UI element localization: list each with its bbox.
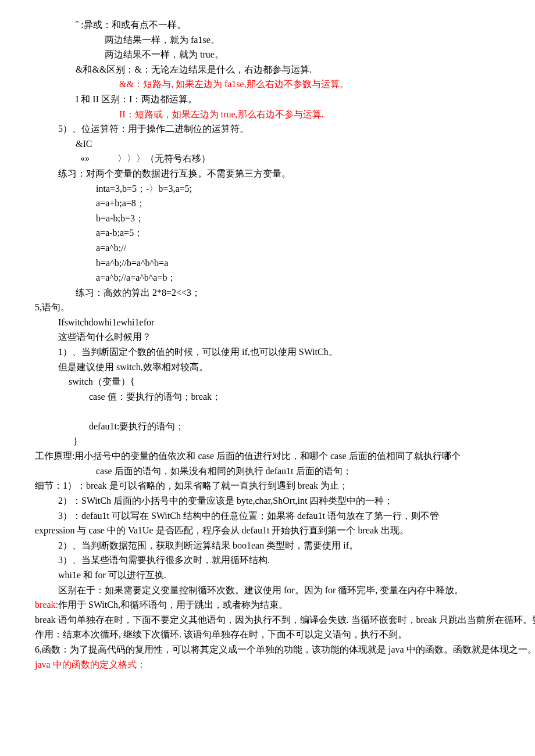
text-line: 工作原理:用小括号中的变量的值依次和 case 后面的值进行对比，和哪个 cas… [35,449,500,464]
text-line: &&：短路与, 如果左边为 fa1se,那么右边不参数与运算。 [35,77,500,92]
text-span: 5,语句。 [35,302,70,312]
text-line: 两边结果一样，就为 fa1se。 [35,33,500,48]
text-span: case 后面的语句，如果没有相同的则执行 defau1t 后面的语句； [96,466,352,476]
text-span: II：短路或，如果左边为 true,那么右边不参与运算. [119,109,324,119]
text-span: I 和 II 区别：I：两边都运算。 [76,94,197,104]
text-line: b=a^b;//b=a^b^b=a [35,256,500,271]
text-line: 2）、当判断数据范围，获取判断运算结果 boo1ean 类型时，需要使用 if。 [35,538,500,553]
text-span: 练习：高效的算出 2*8=2<<3； [76,288,201,298]
text-line: break 语句单独存在时，下面不要定义其他语句，因为执行不到，编译会失败. 当… [35,612,500,628]
text-line: 1）、当判断固定个数的值的时候，可以使用 if,也可以使用 SWitCh。 [35,345,500,360]
text-line: case 后面的语句，如果没有相同的则执行 defau1t 后面的语句； [35,464,500,479]
text-line: 区别在于：如果需要定义变量控制循环次数。建议使用 for。因为 for 循环完毕… [35,583,500,598]
text-line: a=a-b;a=5； [35,225,500,241]
text-line: case 值：要执行的语句；break； [35,389,500,404]
text-line: a=a^b;//a=a^b^a=b； [35,270,500,285]
text-span: switch（变量）{ [64,377,134,386]
text-span: 2）、当判断数据范围，获取判断运算结果 boo1ean 类型时，需要使用 if。 [58,540,358,550]
text-span: 1）、当判断固定个数的值的时候，可以使用 if,也可以使用 SWitCh。 [58,347,338,357]
text-span: 两边结果一样，就为 fa1se。 [105,35,220,45]
text-span: 6,函数：为了提高代码的复用性，可以将其定义成一个单独的功能，该功能的体现就是 … [35,644,535,654]
text-line: 6,函数：为了提高代码的复用性，可以将其定义成一个单独的功能，该功能的体现就是 … [35,642,500,657]
text-span: ˆ :异或：和或有点不一样。 [76,20,186,30]
text-span: 这些语句什么时候用？ [58,332,151,342]
text-span: whi1e 和 for 可以进行互换. [58,570,166,580]
text-line: ˆ :异或：和或有点不一样。 [35,17,500,33]
text-span: case 值：要执行的语句；break； [84,392,221,402]
text-line: I 和 II 区别：I：两边都运算。 [35,92,500,107]
text-line: } [35,434,500,449]
text-line: 3）、当某些语句需要执行很多次时，就用循环结构. [35,553,500,568]
text-line: a=a+b;a=8； [35,196,500,211]
text-span: 练习：对两个变量的数据进行互换。不需要第三方变量。 [58,169,291,178]
text-span: 作用于 SWitCh,和循环语句，用于跳出，或者称为结束。 [58,600,288,610]
text-line: 3）：defau1t 可以写在 SWitCh 结构中的任意位置；如果将 defa… [35,508,500,524]
text-span: 2）：SWitCh 后面的小括号中的变量应该是 byte,char,ShOrt,… [58,496,393,506]
text-line: break:作用于 SWitCh,和循环语句，用于跳出，或者称为结束。 [35,597,500,612]
text-line: a=a^b;// [35,241,500,256]
document-body: ˆ :异或：和或有点不一样。两边结果一样，就为 fa1se。两边结果不一样，就为… [35,17,500,672]
text-span: a=a-b;a=5； [96,228,143,238]
text-line: 这些语句什么时候用？ [35,329,500,345]
text-span: 作用：结束本次循环, 继续下次循环. 该语句单独存在时，下面不可以定义语句，执行… [35,629,407,639]
text-span: 3）、当某些语句需要执行很多次时，就用循环结构. [58,555,270,565]
text-line: 细节：1）：break 是可以省略的，如果省略了就一直执行到遇到 break 为… [35,478,500,493]
text-span: &&：短路与, 如果左边为 fa1se,那么右边不参数与运算。 [119,79,349,89]
text-span: 但是建议使用 switch,效率相对较高。 [58,362,208,372]
text-line: inta=3,b=5；-〉b=3,a=5; [35,181,500,196]
text-span: 两边结果不一样，就为 true。 [105,49,224,59]
text-line: 但是建议使用 switch,效率相对较高。 [35,360,500,375]
text-span: a=a^b;//a=a^b^a=b； [96,273,176,282]
text-line: 作用：结束本次循环, 继续下次循环. 该语句单独存在时，下面不可以定义语句，执行… [35,627,500,642]
text-line: «» 〉〉〉（无符号右移） [35,151,500,166]
text-span: inta=3,b=5；-〉b=3,a=5; [96,184,192,194]
text-span: break: [35,600,58,610]
text-span: defau1t:要执行的语句； [84,421,184,431]
text-span: 工作原理:用小括号中的变量的值依次和 case 后面的值进行对比，和哪个 cas… [35,451,461,461]
text-span: a=a+b;a=8； [96,198,145,208]
text-span: 5）、位运算符：用于操作二进制位的运算符。 [58,124,249,134]
text-span: java 中的函数的定义格式： [35,660,146,669]
text-span: break 语句单独存在时，下面不要定义其他语句，因为执行不到，编译会失败. 当… [35,615,535,625]
text-span: «» 〉〉〉（无符号右移） [76,153,211,163]
text-line: java 中的函数的定义格式： [35,657,500,672]
text-line: b=a-b;b=3； [35,211,500,226]
text-line: switch（变量）{ [35,374,500,389]
text-span [84,406,87,416]
text-span: a=a^b;// [96,243,126,253]
text-line: Ifswitchdowhi1ewhi1efor [35,315,500,330]
text-line: 练习：高效的算出 2*8=2<<3； [35,285,500,300]
text-span: 细节：1）：break 是可以省略的，如果省略了就一直执行到遇到 break 为… [35,481,348,490]
text-span: Ifswitchdowhi1ewhi1efor [58,317,154,327]
text-span: 3）：defau1t 可以写在 SWitCh 结构中的任意位置；如果将 defa… [58,511,439,521]
text-span: b=a-b;b=3； [96,213,144,223]
text-span: b=a^b;//b=a^b^b=a [96,258,168,268]
text-line: defau1t:要执行的语句； [35,419,500,434]
text-line: 5）、位运算符：用于操作二进制位的运算符。 [35,121,500,137]
text-line: 5,语句。 [35,300,500,315]
text-span: expression 与 case 中的 Va1Ue 是否匹配，程序会从 def… [35,525,409,535]
text-line: 练习：对两个变量的数据进行互换。不需要第三方变量。 [35,166,500,181]
text-span: } [64,436,78,446]
text-span: 区别在于：如果需要定义变量控制循环次数。建议使用 for。因为 for 循环完毕… [58,585,463,595]
text-line: &IC [35,137,500,152]
text-line: 两边结果不一样，就为 true。 [35,47,500,62]
text-line: &和&&区别：&：无论左边结果是什么，右边都参与运算. [35,62,500,77]
text-line: II：短路或，如果左边为 true,那么右边不参与运算. [35,107,500,122]
text-line: 2）：SWitCh 后面的小括号中的变量应该是 byte,char,ShOrt,… [35,493,500,508]
text-span: &和&&区别：&：无论左边结果是什么，右边都参与运算. [76,65,312,74]
text-line: expression 与 case 中的 Va1Ue 是否匹配，程序会从 def… [35,523,500,538]
text-line: whi1e 和 for 可以进行互换. [35,568,500,583]
text-span: &IC [76,139,92,149]
text-line [35,404,500,419]
